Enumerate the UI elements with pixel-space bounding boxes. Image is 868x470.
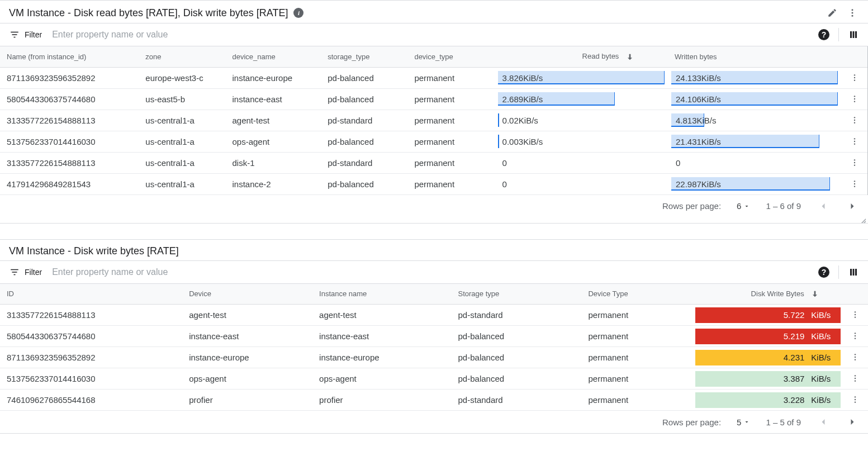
cell-zone: us-central1-a bbox=[139, 173, 225, 194]
cell-dtype: permanent bbox=[407, 88, 494, 110]
table-disk-write: ID Device Instance name Storage type Dev… bbox=[0, 284, 868, 411]
help-icon[interactable]: ? bbox=[818, 267, 829, 278]
row-menu-icon[interactable] bbox=[849, 72, 860, 83]
table-row: 3133577226154888113us-central1-aagent-te… bbox=[0, 110, 867, 131]
col-device[interactable]: device_name bbox=[226, 46, 321, 67]
row-menu-icon[interactable] bbox=[850, 394, 861, 405]
more-icon[interactable] bbox=[846, 6, 859, 20]
cell-name: 8711369323596352892 bbox=[0, 67, 139, 88]
cell-storage: pd-balanced bbox=[452, 368, 582, 390]
cell-storage: pd-balanced bbox=[452, 347, 582, 368]
filter-input[interactable] bbox=[51, 29, 818, 40]
svg-rect-3 bbox=[850, 31, 852, 38]
row-menu-icon[interactable] bbox=[849, 157, 860, 168]
pager-rows-select[interactable]: 5 bbox=[737, 417, 750, 427]
svg-point-29 bbox=[854, 317, 855, 318]
pager-next[interactable] bbox=[846, 200, 859, 213]
col-instance[interactable]: Instance name bbox=[312, 284, 451, 305]
col-storage[interactable]: Storage type bbox=[452, 284, 582, 305]
table-row: 5137562337014416030us-central1-aops-agen… bbox=[0, 131, 867, 152]
svg-rect-25 bbox=[853, 269, 855, 276]
cell-zone: us-central1-a bbox=[139, 131, 225, 152]
svg-point-7 bbox=[853, 77, 855, 78]
svg-point-31 bbox=[854, 335, 855, 336]
cell-write-bytes: 3.228KiB/s bbox=[694, 390, 842, 411]
cell-zone: europe-west3-c bbox=[139, 67, 225, 88]
metric-cell: 0 bbox=[495, 173, 668, 194]
cell-device: instance-east bbox=[182, 326, 312, 347]
svg-point-38 bbox=[854, 381, 855, 382]
metric-cell: 21.431KiB/s bbox=[668, 131, 841, 152]
columns-icon[interactable] bbox=[848, 29, 859, 40]
col-read[interactable]: Read bytes bbox=[495, 46, 668, 67]
cell-device: instance-europe bbox=[226, 67, 321, 88]
svg-point-30 bbox=[854, 333, 855, 334]
cell-zone: us-central1-a bbox=[139, 110, 225, 131]
cell-name: 5805443306375744680 bbox=[0, 88, 139, 110]
pager-rows-select[interactable]: 6 bbox=[737, 201, 750, 211]
row-menu-icon[interactable] bbox=[850, 330, 861, 341]
cell-device: disk-1 bbox=[226, 152, 321, 173]
cell-device: agent-test bbox=[226, 110, 321, 131]
row-menu-icon[interactable] bbox=[849, 93, 860, 105]
pager-rows-label: Rows per page: bbox=[662, 417, 721, 427]
pager-prev[interactable] bbox=[817, 200, 830, 213]
cell-dtype: permanent bbox=[581, 305, 694, 326]
cell-name: 3133577226154888113 bbox=[0, 110, 139, 131]
svg-point-40 bbox=[854, 399, 855, 400]
svg-point-32 bbox=[854, 338, 855, 339]
columns-icon[interactable] bbox=[848, 267, 859, 278]
col-device[interactable]: Device bbox=[182, 284, 312, 305]
col-name[interactable]: Name (from instance_id) bbox=[0, 46, 139, 67]
row-menu-icon[interactable] bbox=[850, 352, 861, 363]
col-dtype[interactable]: Device Type bbox=[581, 284, 694, 305]
cell-dtype: permanent bbox=[407, 67, 494, 88]
row-menu-icon[interactable] bbox=[849, 115, 860, 126]
svg-point-33 bbox=[854, 354, 855, 355]
col-write-bytes[interactable]: Disk Write Bytes bbox=[694, 284, 842, 305]
col-write[interactable]: Written bytes bbox=[668, 46, 841, 67]
svg-point-0 bbox=[852, 9, 853, 11]
metric-cell: 3.826KiB/s bbox=[495, 67, 668, 88]
table-row: 8711369323596352892europe-west3-cinstanc… bbox=[0, 67, 867, 88]
sort-desc-icon bbox=[810, 289, 819, 298]
svg-point-36 bbox=[854, 375, 855, 376]
cell-storage: pd-balanced bbox=[321, 67, 407, 88]
metric-cell: 2.689KiB/s bbox=[495, 88, 668, 110]
row-menu-icon[interactable] bbox=[849, 178, 860, 189]
cell-device: ops-agent bbox=[182, 368, 312, 390]
pager-prev[interactable] bbox=[817, 415, 830, 429]
svg-point-19 bbox=[853, 162, 855, 163]
cell-dtype: permanent bbox=[581, 347, 694, 368]
col-zone[interactable]: zone bbox=[139, 46, 225, 67]
info-icon[interactable]: i bbox=[293, 8, 303, 18]
edit-icon[interactable] bbox=[826, 6, 839, 20]
cell-dtype: permanent bbox=[581, 368, 694, 390]
filter-input[interactable] bbox=[51, 267, 818, 278]
cell-storage: pd-standard bbox=[321, 152, 407, 173]
row-menu-icon[interactable] bbox=[850, 373, 861, 384]
cell-storage: pd-standard bbox=[321, 110, 407, 131]
row-menu-icon[interactable] bbox=[849, 136, 860, 147]
pager-next[interactable] bbox=[846, 415, 859, 429]
metric-cell: 0.02KiB/s bbox=[495, 110, 668, 131]
cell-device: agent-test bbox=[182, 305, 312, 326]
table-row: 8711369323596352892instance-europeinstan… bbox=[0, 347, 868, 368]
resize-handle[interactable] bbox=[0, 217, 868, 223]
col-storage[interactable]: storage_type bbox=[321, 46, 407, 67]
col-id[interactable]: ID bbox=[0, 284, 182, 305]
pager-rows-label: Rows per page: bbox=[662, 201, 721, 211]
svg-point-12 bbox=[853, 117, 855, 118]
cell-instance: profier bbox=[312, 390, 451, 411]
row-menu-icon[interactable] bbox=[850, 309, 861, 320]
col-dtype[interactable]: device_type bbox=[407, 46, 494, 67]
svg-point-20 bbox=[853, 164, 855, 165]
help-icon[interactable]: ? bbox=[818, 29, 829, 40]
svg-rect-4 bbox=[853, 31, 855, 38]
filter-label: Filter bbox=[25, 268, 42, 277]
table-disk-rw: Name (from instance_id) zone device_name… bbox=[0, 46, 867, 195]
table-row: 417914296849281543us-central1-ainstance-… bbox=[0, 173, 867, 194]
panel-title: VM Instance - Disk read bytes [RATE], Di… bbox=[9, 7, 288, 19]
metric-cell: 0 bbox=[495, 152, 668, 173]
cell-id: 3133577226154888113 bbox=[0, 305, 182, 326]
